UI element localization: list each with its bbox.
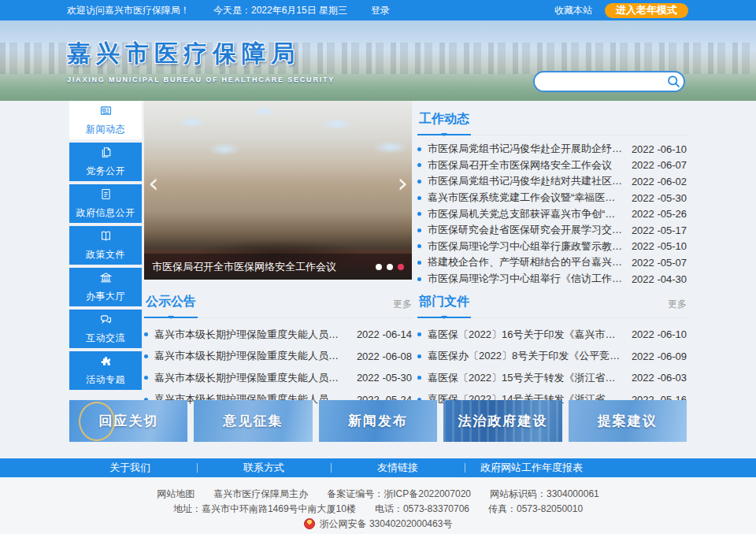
banner-label: 意见征集 <box>224 412 284 430</box>
search-box[interactable] <box>533 71 685 92</box>
sidebar-nav: 新闻动态 党务公开 政府信息公开 政策文件 办事大厅 <box>69 101 142 394</box>
news-date: 2022 -06-08 <box>357 350 412 362</box>
news-date: 2022 -05-30 <box>357 372 412 384</box>
footer-nav-links[interactable]: 友情链接 <box>331 458 465 477</box>
footer-nav-annual-report[interactable]: 政府网站工作年度报表 <box>465 458 598 477</box>
carousel-dot-active[interactable] <box>398 264 404 270</box>
bullet-icon <box>144 376 148 380</box>
photo-carousel[interactable]: ‹ › 市医保局召开全市医保网络安全工作会议 <box>144 101 412 280</box>
sidebar-item-interaction[interactable]: 互动交流 <box>69 310 142 348</box>
news-link[interactable]: 市医保局理论学习中心组举行《信访工作条例》专题... <box>428 272 624 286</box>
footer-line-1: 网站地图嘉兴市医疗保障局主办备案证编号：浙ICP备2022007020网站标识码… <box>0 487 756 502</box>
news-link[interactable]: 嘉兴市本级长期护理保险重度失能人员名单公示（2... <box>154 349 349 363</box>
list-item[interactable]: 嘉医保〔2022〕15号关于转发《浙江省医疗保...2022 -06-03 <box>417 367 687 389</box>
news-date: 2022 -06-07 <box>632 159 687 171</box>
sidebar-item-news[interactable]: 新闻动态 <box>69 101 142 139</box>
notices-title[interactable]: 公示公告 <box>144 294 198 318</box>
banner-news-release[interactable]: 新闻发布 <box>319 400 437 442</box>
list-item[interactable]: 市医保局召开全市医保网络安全工作会议2022 -06-07 <box>417 158 687 174</box>
bullet-icon <box>417 332 421 336</box>
footer-nav-contact[interactable]: 联系方式 <box>197 458 331 477</box>
list-item[interactable]: 嘉医保办〔2022〕8号关于印发《公平竞争审查...2022 -06-09 <box>417 346 687 368</box>
sidebar-item-label: 党务公开 <box>86 165 125 178</box>
bullet-icon <box>417 277 421 281</box>
carousel-next-arrow-icon[interactable]: › <box>397 169 408 196</box>
banner-proposal-suggestions[interactable]: 提案建议 <box>569 400 687 442</box>
dept-files-title[interactable]: 部门文件 <box>417 294 471 318</box>
list-item[interactable]: 嘉兴市医保系统党建工作会议暨“幸福医保”党建联...2022 -05-30 <box>417 190 687 206</box>
book-icon <box>98 229 113 246</box>
notices-panel: 公示公告 更多 嘉兴市本级长期护理保险重度失能人员名单公示（2...2022 -… <box>144 287 412 394</box>
list-item[interactable]: 嘉兴市本级长期护理保险重度失能人员名单公示（2...2022 -06-14 <box>144 324 412 346</box>
news-link[interactable]: 市医保局党组书记冯俊华赴企开展助企纾困活动 <box>428 142 624 156</box>
footer-nav: 关于我们 联系方式 友情链接 政府网站工作年度报表 <box>0 458 756 477</box>
banner-opinion-solicitation[interactable]: 意见征集 <box>194 400 312 442</box>
copy-file-icon <box>98 146 113 162</box>
search-input[interactable] <box>544 76 666 87</box>
news-link[interactable]: 嘉医保〔2022〕16号关于印发《嘉兴市医疗保... <box>428 328 624 342</box>
footer-line-2: 地址：嘉兴市中环南路1469号中南大厦10楼电话：0573-83370706传真… <box>0 502 756 517</box>
news-link[interactable]: 市医保局理论学习中心组举行廉政警示教育专题学习... <box>428 239 624 254</box>
carousel-caption-bar: 市医保局召开全市医保网络安全工作会议 <box>144 254 412 280</box>
sidebar-item-gov-info[interactable]: 政府信息公开 <box>69 184 142 223</box>
bank-icon <box>98 271 113 287</box>
news-link[interactable]: 嘉兴市医保系统党建工作会议暨“幸福医保”党建联... <box>428 191 624 205</box>
list-item[interactable]: 市医保局党组书记冯俊华赴企开展助企纾困活动2022 -06-10 <box>417 141 687 158</box>
login-link[interactable]: 登录 <box>371 4 390 17</box>
carousel-dot[interactable] <box>376 264 382 270</box>
list-item[interactable]: 市医保局机关党总支部获评嘉兴市争创“建设清廉机...2022 -05-26 <box>417 206 687 222</box>
host-text: 嘉兴市医疗保障局主办 <box>213 488 308 499</box>
footer-nav-about[interactable]: 关于我们 <box>63 458 197 477</box>
work-news-title[interactable]: 工作动态 <box>417 111 471 135</box>
favorite-link[interactable]: 收藏本站 <box>554 4 592 17</box>
list-item[interactable]: 市医保局党组书记冯俊华赴结对共建社区指导全国文...2022 -06-02 <box>417 173 687 190</box>
main-content: 新闻动态 党务公开 政府信息公开 政策文件 办事大厅 <box>69 101 687 394</box>
list-item[interactable]: 嘉兴市本级长期护理保险重度失能人员名单公示（2...2022 -06-08 <box>144 346 412 368</box>
list-item[interactable]: 市医保局理论学习中心组举行《信访工作条例》专题...2022 -04-30 <box>417 271 687 287</box>
carousel-dots <box>369 264 404 270</box>
news-date: 2022 -05-07 <box>632 257 687 269</box>
search-icon[interactable] <box>666 74 681 89</box>
sidebar-item-label: 政策文件 <box>86 248 125 261</box>
elder-mode-button[interactable]: 进入老年模式 <box>605 3 688 18</box>
news-link[interactable]: 市医保研究会赴省医保研究会开展学习交流活动 <box>428 223 624 237</box>
bullet-icon <box>417 212 421 216</box>
dept-files-more-link[interactable]: 更多 <box>668 298 687 317</box>
list-item[interactable]: 市医保研究会赴省医保研究会开展学习交流活动2022 -05-17 <box>417 222 687 239</box>
news-date: 2022 -06-02 <box>632 176 687 187</box>
news-link[interactable]: 市医保局党组书记冯俊华赴结对共建社区指导全国文... <box>428 174 624 188</box>
news-link[interactable]: 嘉医保办〔2022〕8号关于印发《公平竞争审查... <box>428 349 624 363</box>
news-link[interactable]: 嘉兴市本级长期护理保险重度失能人员名单公示（2... <box>154 328 349 342</box>
carousel-prev-arrow-icon[interactable]: ‹ <box>148 169 159 196</box>
banner-law-government[interactable]: 法治政府建设 <box>443 400 561 442</box>
news-link[interactable]: 嘉兴市本级长期护理保险重度失能人员名单公示（2... <box>154 371 349 385</box>
puzzle-icon <box>98 354 113 371</box>
list-item[interactable]: 市医保局理论学习中心组举行廉政警示教育专题学习...2022 -05-10 <box>417 239 687 255</box>
bullet-icon <box>417 196 421 200</box>
notices-more-link[interactable]: 更多 <box>393 298 412 317</box>
sitemap-link[interactable]: 网站地图 <box>157 488 195 499</box>
bullet-icon <box>417 244 421 248</box>
sidebar-item-label: 办事大厅 <box>86 290 125 303</box>
list-item[interactable]: 嘉医保〔2022〕16号关于印发《嘉兴市医疗保...2022 -06-10 <box>417 324 687 346</box>
sidebar-item-special-topics[interactable]: 活动专题 <box>69 351 142 390</box>
news-link[interactable]: 市医保局机关党总支部获评嘉兴市争创“建设清廉机... <box>428 207 624 221</box>
news-link[interactable]: 市医保局召开全市医保网络安全工作会议 <box>428 158 624 172</box>
banner-respond-concerns[interactable]: 回应关切 <box>69 400 187 442</box>
header-banner: 嘉兴市医疗保障局 JIAXING MUNICIPAL BUREAU OF HEA… <box>0 20 756 101</box>
news-date: 2022 -05-10 <box>632 240 687 252</box>
work-news-panel: 工作动态 市医保局党组书记冯俊华赴企开展助企纾困活动2022 -06-10 市医… <box>417 101 687 287</box>
bullet-icon <box>417 354 421 358</box>
sidebar-item-policy-docs[interactable]: 政策文件 <box>69 226 142 265</box>
bullet-icon <box>144 354 148 358</box>
list-item[interactable]: 搭建校企合作、产学研相结合的平台嘉兴市长期护理...2022 -05-07 <box>417 254 687 271</box>
news-link[interactable]: 搭建校企合作、产学研相结合的平台嘉兴市长期护理... <box>428 255 624 269</box>
list-item[interactable]: 嘉兴市本级长期护理保险重度失能人员名单公示（2...2022 -05-30 <box>144 367 412 389</box>
quick-link-banners: 回应关切 意见征集 新闻发布 法治政府建设 提案建议 <box>69 400 687 442</box>
dept-files-panel: 部门文件 更多 嘉医保〔2022〕16号关于印发《嘉兴市医疗保...2022 -… <box>417 287 687 394</box>
sidebar-item-party-affairs[interactable]: 党务公开 <box>69 143 142 181</box>
news-link[interactable]: 嘉医保〔2022〕15号关于转发《浙江省医疗保... <box>428 371 624 385</box>
sidebar-item-service-hall[interactable]: 办事大厅 <box>69 268 142 306</box>
carousel-dot[interactable] <box>387 264 393 270</box>
carousel-caption[interactable]: 市医保局召开全市医保网络安全工作会议 <box>152 260 336 274</box>
